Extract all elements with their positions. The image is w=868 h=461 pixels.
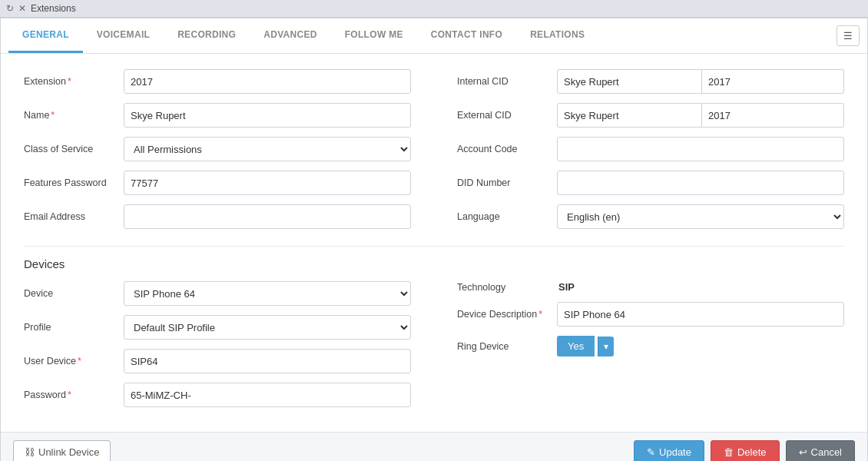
account-code-label: Account Code (457, 144, 557, 154)
devices-right-col: Technology SIP Device Description* Ring … (457, 281, 844, 416)
ring-device-label: Ring Device (457, 341, 557, 352)
extension-row: Extension* (24, 69, 411, 94)
form-left-col: Extension* Name* Class of Service All Pe… (24, 69, 411, 238)
tab-contact-info[interactable]: CONTACT INFO (417, 18, 516, 53)
did-number-row: DID Number (457, 171, 844, 195)
tabs-bar: GENERAL VOICEMAIL RECORDING ADVANCED FOL… (1, 18, 867, 54)
email-label: Email Address (24, 211, 124, 222)
tab-relations[interactable]: RELATIONS (516, 18, 598, 53)
password-row: Password* (24, 383, 411, 407)
user-device-input[interactable] (124, 349, 411, 373)
tabs-menu-button[interactable]: ☰ (837, 25, 860, 46)
did-number-input[interactable] (557, 171, 844, 195)
device-desc-label: Device Description* (457, 309, 557, 320)
technology-label: Technology (457, 282, 557, 293)
external-cid-row: External CID (457, 103, 844, 128)
delete-button[interactable]: 🗑 Delete (711, 440, 780, 461)
ring-device-toggle: Yes ▾ (557, 336, 614, 357)
device-label: Device (24, 288, 124, 299)
ring-device-row: Ring Device Yes ▾ (457, 336, 844, 357)
internal-cid-name-input[interactable] (557, 69, 702, 94)
devices-title: Devices (24, 257, 844, 270)
device-desc-input[interactable] (557, 302, 844, 327)
ring-yes-button[interactable]: Yes (557, 336, 595, 357)
trash-icon: 🗑 (724, 446, 734, 458)
did-number-label: DID Number (457, 177, 557, 188)
device-desc-row: Device Description* (457, 302, 844, 327)
features-input[interactable] (124, 171, 411, 195)
devices-content: Device SIP Phone 64 Profile Default SIP … (24, 281, 844, 416)
language-select[interactable]: English (en) (557, 204, 844, 229)
external-cid-pair (557, 103, 844, 128)
cos-label: Class of Service (24, 144, 124, 154)
internal-cid-label: Internal CID (457, 76, 557, 87)
profile-row: Profile Default SIP Profile (24, 315, 411, 340)
pencil-icon: ✎ (647, 446, 655, 458)
refresh-icon[interactable]: ↻ (6, 3, 14, 14)
technology-value: SIP (557, 281, 575, 293)
name-label: Name* (24, 110, 124, 121)
devices-left-col: Device SIP Phone 64 Profile Default SIP … (24, 281, 411, 416)
password-input[interactable] (124, 383, 411, 407)
name-input[interactable] (124, 103, 411, 128)
language-label: Language (457, 211, 557, 222)
cancel-button[interactable]: ↩ Cancel (786, 440, 855, 461)
extension-label: Extension* (24, 76, 124, 87)
account-code-row: Account Code (457, 137, 844, 161)
bottom-bar: ⛓ Unlink Device ✎ Update 🗑 Delete ↩ Canc… (1, 432, 867, 461)
external-cid-name-input[interactable] (557, 103, 702, 128)
unlink-icon: ⛓ (25, 446, 35, 458)
user-device-label: User Device* (24, 356, 124, 366)
features-label: Features Password (24, 177, 124, 188)
device-select[interactable]: SIP Phone 64 (124, 281, 411, 306)
profile-select[interactable]: Default SIP Profile (124, 315, 411, 340)
devices-section: Devices Device SIP Phone 64 Profile Defa… (24, 246, 844, 416)
cos-select[interactable]: All Permissions (124, 137, 411, 161)
name-row: Name* (24, 103, 411, 128)
technology-row: Technology SIP (457, 281, 844, 293)
tab-general[interactable]: GENERAL (8, 18, 83, 53)
user-device-row: User Device* (24, 349, 411, 373)
form-right-col: Internal CID External CID Account Code (457, 69, 844, 238)
device-row: Device SIP Phone 64 (24, 281, 411, 306)
content-area: Extension* Name* Class of Service All Pe… (1, 54, 867, 432)
email-row: Email Address (24, 204, 411, 229)
tab-voicemail[interactable]: VOICEMAIL (83, 18, 164, 53)
internal-cid-ext-input[interactable] (702, 69, 844, 94)
cos-row: Class of Service All Permissions (24, 137, 411, 161)
main-container: GENERAL VOICEMAIL RECORDING ADVANCED FOL… (0, 18, 868, 461)
undo-icon: ↩ (799, 446, 807, 458)
language-row: Language English (en) (457, 204, 844, 229)
tab-recording[interactable]: RECORDING (164, 18, 250, 53)
general-form: Extension* Name* Class of Service All Pe… (24, 69, 844, 238)
update-button[interactable]: ✎ Update (634, 440, 704, 461)
external-cid-ext-input[interactable] (702, 103, 844, 128)
window-title: Extensions (31, 3, 76, 14)
close-icon[interactable]: ✕ (18, 3, 26, 14)
features-row: Features Password (24, 171, 411, 195)
internal-cid-row: Internal CID (457, 69, 844, 94)
extension-input[interactable] (124, 69, 411, 94)
profile-label: Profile (24, 322, 124, 333)
ring-device-dropdown-button[interactable]: ▾ (598, 337, 614, 357)
window-bar: ↻ ✕ Extensions (0, 0, 868, 18)
account-code-input[interactable] (557, 137, 844, 161)
password-label: Password* (24, 390, 124, 400)
tab-advanced[interactable]: ADVANCED (250, 18, 331, 53)
email-input[interactable] (124, 204, 411, 229)
external-cid-label: External CID (457, 110, 557, 121)
tab-follow-me[interactable]: FOLLOW ME (331, 18, 417, 53)
unlink-device-button[interactable]: ⛓ Unlink Device (13, 440, 111, 461)
internal-cid-pair (557, 69, 844, 94)
